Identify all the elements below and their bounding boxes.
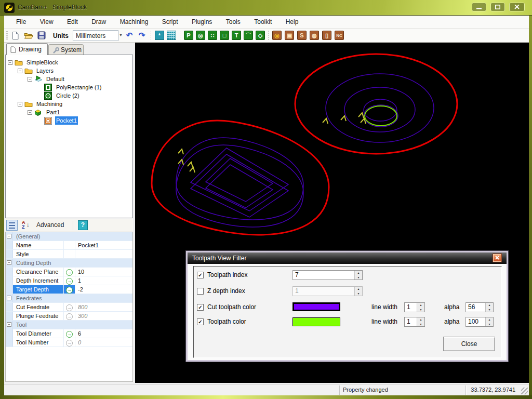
cut-toolpath-color-checkbox[interactable]: ✓ — [197, 304, 204, 311]
tree-item-machining[interactable]: − Machining — [6, 100, 132, 108]
close-button[interactable] — [509, 3, 525, 11]
tree-item-polyrectangle[interactable]: PolyRectangle (1) — [6, 83, 132, 91]
tree-item-label[interactable]: PolyRectangle (1) — [55, 83, 102, 91]
toolpath-color-checkbox[interactable]: ✓ — [197, 318, 204, 325]
toolpath-line-width-spinner[interactable]: 1 ▲▼ — [404, 317, 425, 327]
categorized-view-button[interactable] — [6, 220, 18, 231]
tree-item-layers[interactable]: − Layers — [6, 66, 132, 75]
machine-lathe-icon[interactable]: ▯ — [322, 31, 331, 40]
spinner-value[interactable]: 1 — [405, 303, 417, 312]
menu-machining[interactable]: Machining — [114, 16, 154, 29]
tree-item-label[interactable]: Circle (2) — [55, 91, 81, 100]
machine-gcode-icon[interactable]: NC — [335, 31, 344, 40]
property-row-tool-diameter[interactable]: Tool Diameter → 6 — [6, 329, 132, 338]
spinner-value[interactable]: 1 — [405, 317, 417, 326]
collapse-icon[interactable]: − — [7, 260, 11, 265]
spin-up-icon[interactable]: ▲ — [355, 271, 362, 275]
dialog-close-icon[interactable] — [493, 254, 501, 262]
tree-item-label[interactable]: Default — [45, 75, 65, 83]
tree-item-label[interactable]: SimpleBlock — [25, 58, 59, 66]
menu-help[interactable]: Help — [280, 16, 304, 29]
tree-item-label[interactable]: Pocket1 — [55, 116, 78, 125]
menu-file[interactable]: File — [10, 16, 32, 29]
alphabetical-sort-button[interactable]: A Z ↓ — [21, 220, 32, 231]
spin-up-icon[interactable]: ▲ — [486, 317, 493, 322]
z-depth-index-checkbox[interactable] — [197, 288, 204, 295]
tab-drawing[interactable]: Drawing — [6, 43, 48, 55]
tree-item-pocket1[interactable]: Pocket1 — [6, 116, 132, 125]
spin-down-icon[interactable]: ▼ — [486, 308, 493, 312]
redo-icon[interactable]: ↷ — [137, 31, 147, 40]
spin-up-icon[interactable]: ▲ — [417, 317, 424, 322]
snap-to-grid-icon[interactable] — [167, 31, 176, 40]
toolpath-alpha-spinner[interactable]: 100 ▲▼ — [466, 317, 494, 327]
minimize-button[interactable] — [472, 3, 486, 11]
machine-pocket-icon[interactable]: ▣ — [285, 31, 294, 40]
draw-surface-icon[interactable]: ◇ — [256, 31, 265, 40]
spin-down-icon[interactable]: ▼ — [417, 308, 424, 312]
toolpath-color-swatch[interactable] — [292, 317, 340, 326]
property-category[interactable]: − (General) — [6, 232, 132, 241]
draw-arc-icon[interactable]: ⌒ — [244, 31, 253, 40]
cut-toolpath-color-swatch[interactable] — [292, 302, 340, 311]
draw-rectangle-icon[interactable]: □ — [220, 31, 229, 40]
property-value[interactable]: 10 — [75, 268, 132, 276]
units-dropdown[interactable]: Millimeters — [73, 30, 118, 41]
spinner-value[interactable]: 100 — [466, 317, 485, 326]
collapse-icon[interactable]: − — [7, 234, 11, 238]
new-file-icon[interactable] — [11, 31, 20, 40]
spin-down-icon[interactable]: ▼ — [355, 275, 362, 280]
tree-item-simpleblock[interactable]: − SimpleBlock — [6, 58, 132, 66]
draw-text-icon[interactable]: T — [232, 31, 241, 40]
dialog-title-bar[interactable]: Toolpath View Filter — [188, 252, 507, 264]
machine-profile-icon[interactable]: ◎ — [272, 31, 282, 40]
spinner-value[interactable]: 7 — [293, 271, 354, 280]
property-value[interactable]: 300 — [75, 312, 132, 320]
cut-line-width-spinner[interactable]: 1 ▲▼ — [404, 302, 425, 312]
toolpath-index-spinner[interactable]: 7 ▲▼ — [292, 270, 363, 280]
collapse-icon[interactable]: − — [7, 296, 11, 300]
property-value[interactable]: 6 — [75, 329, 132, 338]
menu-script[interactable]: Script — [156, 16, 184, 29]
tree-item-label[interactable]: Layers — [35, 66, 55, 75]
property-value[interactable]: 1 — [75, 276, 132, 285]
toolbar-grip[interactable] — [6, 31, 8, 40]
machine-engrave-icon[interactable]: S — [297, 31, 307, 40]
menu-toolkit[interactable]: Toolkit — [248, 16, 277, 29]
menu-edit[interactable]: Edit — [61, 16, 84, 29]
advanced-button[interactable]: Advanced — [36, 221, 64, 229]
cut-alpha-spinner[interactable]: 56 ▲▼ — [466, 302, 494, 312]
units-dropdown-arrow-icon[interactable]: ▼ — [119, 33, 123, 37]
undo-icon[interactable]: ↶ — [125, 31, 134, 40]
property-row-target-depth[interactable]: Target Depth → -2 — [6, 285, 132, 294]
property-row-cut-feedrate[interactable]: Cut Feedrate → 800 — [6, 303, 132, 312]
property-category[interactable]: − Tool — [6, 321, 132, 329]
property-row-style[interactable]: Style — [6, 250, 132, 259]
save-icon[interactable] — [37, 31, 46, 39]
property-row-tool-number[interactable]: Tool Number → 0 — [6, 338, 132, 347]
spin-up-icon[interactable]: ▲ — [486, 303, 493, 308]
open-folder-icon[interactable] — [24, 31, 34, 39]
toolpath-index-checkbox[interactable]: ✓ — [197, 272, 204, 278]
collapse-icon[interactable]: − — [7, 322, 11, 327]
property-category[interactable]: − Feedrates — [6, 294, 132, 303]
spin-down-icon[interactable]: ▼ — [417, 322, 424, 327]
machine-drill-icon[interactable]: ◍ — [310, 31, 319, 40]
tree-item-label[interactable]: Part1 — [45, 108, 61, 116]
menu-draw[interactable]: Draw — [86, 16, 112, 29]
spin-up-icon[interactable]: ▲ — [417, 303, 424, 308]
draw-circle-icon[interactable]: ◎ — [196, 31, 205, 40]
property-category[interactable]: − Cutting Depth — [6, 259, 132, 268]
tree-item-part1[interactable]: − Part1 — [6, 108, 132, 116]
property-value[interactable]: 800 — [75, 303, 132, 311]
property-row-clearance-plane[interactable]: Clearance Plane → 10 — [6, 268, 132, 276]
close-dialog-button[interactable]: Close — [443, 337, 495, 351]
tree-expander-icon[interactable]: − — [28, 77, 32, 82]
tree-item-circle[interactable]: Circle (2) — [6, 91, 132, 100]
spin-down-icon[interactable]: ▼ — [486, 322, 493, 327]
tree-expander-icon[interactable]: − — [18, 69, 22, 73]
tree-expander-icon[interactable]: − — [18, 102, 22, 107]
tree-item-default-layer[interactable]: − Default — [6, 75, 132, 83]
spinner-value[interactable]: 56 — [466, 303, 485, 312]
resize-grip[interactable] — [521, 388, 528, 394]
